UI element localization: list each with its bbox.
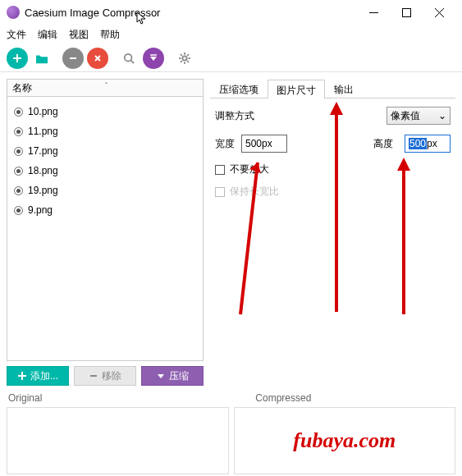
chevron-down-icon: ⌄ — [438, 110, 446, 121]
radio-icon — [14, 108, 23, 117]
size-panel: 调整方式 像素值 ⌄ 宽度 500px 高度 500px 不要放大 保持长宽比 — [210, 98, 455, 215]
file-list[interactable]: 10.png 11.png 17.png 18.png 19.png 9.png — [7, 97, 204, 361]
height-value-selected: 500 — [409, 138, 427, 149]
menu-view[interactable]: 视图 — [69, 28, 89, 42]
compressed-preview: fubaya.com — [234, 407, 456, 474]
menu-edit[interactable]: 编辑 — [38, 28, 57, 42]
list-item[interactable]: 18.png — [7, 161, 203, 181]
radio-icon — [14, 127, 23, 136]
sort-indicator-icon: ˇ — [105, 81, 107, 89]
svg-line-20 — [187, 54, 189, 56]
tab-output[interactable]: 输出 — [325, 79, 363, 98]
watermark-text: fubaya.com — [293, 428, 396, 453]
add-button[interactable]: 添加... — [7, 366, 69, 386]
list-item[interactable]: 11.png — [7, 121, 203, 141]
width-value: 500px — [245, 138, 272, 149]
list-item[interactable]: 17.png — [7, 141, 203, 161]
add-file-button[interactable] — [7, 48, 28, 69]
height-label: 高度 — [373, 137, 393, 151]
settings-button[interactable] — [174, 48, 195, 69]
svg-line-18 — [187, 61, 189, 62]
compress-button-label: 压缩 — [169, 369, 189, 383]
column-name: 名称 — [12, 81, 32, 95]
minimize-button[interactable] — [357, 1, 390, 24]
svg-point-12 — [182, 56, 186, 60]
file-name: 9.png — [28, 204, 53, 216]
app-icon — [7, 6, 20, 19]
list-header[interactable]: 名称 ˇ — [7, 79, 204, 97]
original-label: Original — [8, 392, 42, 404]
keep-ratio-checkbox — [215, 187, 225, 197]
annotation-arrow — [328, 100, 345, 316]
list-item[interactable]: 10.png — [7, 102, 203, 121]
width-label: 宽度 — [215, 137, 235, 151]
resize-mode-select[interactable]: 像素值 ⌄ — [387, 107, 451, 125]
svg-point-9 — [125, 53, 132, 61]
list-item[interactable]: 9.png — [7, 200, 203, 220]
no-enlarge-label: 不要放大 — [230, 163, 269, 175]
add-button-label: 添加... — [30, 369, 58, 383]
keep-ratio-label: 保持长宽比 — [230, 185, 279, 197]
svg-rect-1 — [402, 8, 410, 16]
menu-file[interactable]: 文件 — [7, 28, 26, 42]
compress-toolbar-button[interactable] — [143, 48, 164, 69]
file-name: 18.png — [28, 165, 58, 176]
menu-help[interactable]: 帮助 — [100, 28, 120, 42]
maximize-button[interactable] — [390, 1, 423, 24]
file-name: 11.png — [28, 126, 58, 137]
compress-button[interactable]: 压缩 — [141, 366, 204, 386]
cursor-icon — [136, 11, 148, 29]
svg-line-10 — [131, 60, 135, 63]
width-input[interactable]: 500px — [241, 135, 287, 153]
no-enlarge-checkbox[interactable] — [215, 165, 225, 175]
annotation-arrow — [396, 156, 412, 318]
file-name: 17.png — [28, 145, 58, 157]
tab-image-size[interactable]: 图片尺寸 — [268, 80, 325, 98]
resize-mode-value: 像素值 — [391, 109, 420, 123]
remove-button-label: 移除 — [102, 369, 121, 383]
height-input[interactable]: 500px — [405, 135, 451, 153]
annotation-arrow — [238, 154, 263, 321]
compressed-label: Compressed — [255, 392, 311, 404]
resize-mode-label: 调整方式 — [215, 109, 254, 123]
radio-icon — [14, 147, 23, 156]
remove-button[interactable] — [62, 48, 84, 69]
close-button[interactable] — [423, 1, 455, 24]
radio-icon — [14, 206, 23, 215]
menubar: 文件 编辑 视图 帮助 — [0, 25, 462, 44]
file-name: 19.png — [28, 185, 58, 196]
clear-button[interactable] — [87, 48, 108, 69]
tabs: 压缩选项 图片尺寸 输出 — [210, 79, 455, 98]
open-folder-button[interactable] — [31, 48, 53, 69]
file-name: 10.png — [28, 106, 58, 117]
svg-line-17 — [181, 54, 182, 56]
toolbar — [0, 44, 462, 72]
remove-list-button[interactable]: 移除 — [74, 366, 136, 386]
window-title: Caesium Image Compressor — [25, 7, 357, 19]
height-unit: px — [427, 138, 437, 149]
list-item[interactable]: 19.png — [7, 181, 203, 200]
svg-line-19 — [181, 61, 182, 62]
radio-icon — [14, 167, 23, 176]
radio-icon — [14, 186, 23, 195]
tab-compress-options[interactable]: 压缩选项 — [210, 79, 268, 98]
original-preview — [7, 407, 229, 474]
search-button[interactable] — [118, 48, 140, 69]
